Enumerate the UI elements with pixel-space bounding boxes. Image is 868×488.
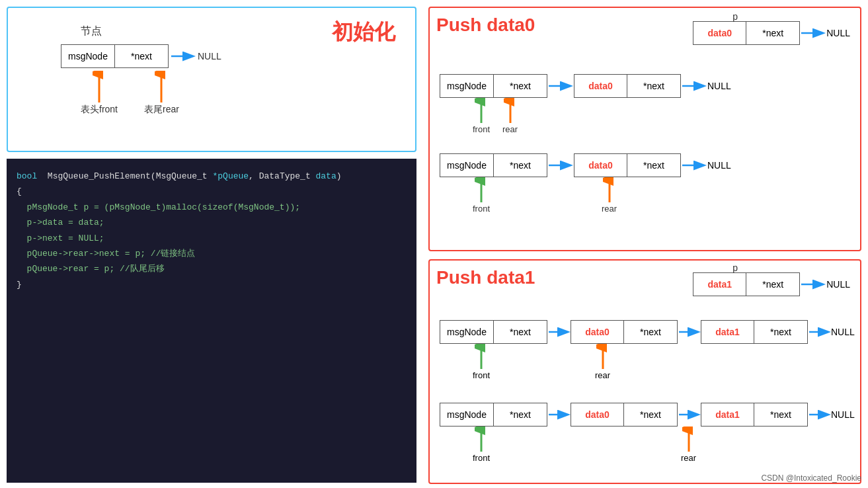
row2-data0-next: *next [627,75,680,97]
init-panel: 初始化 节点 msgNode *next NULL [7,7,416,152]
push-data1-title: Push data1 [436,267,535,288]
row2-rear-arrow: rear [502,98,518,134]
row3-msgnode-label: msgNode [440,154,494,177]
row2-front-arrow: front [473,98,490,134]
d1r3-front-arrow: front [473,427,490,463]
init-next-cell: *next [115,45,168,67]
push-data1-row3: msgNode *next data0 *next data1 *next [440,403,855,466]
row3-front-arrow: front [473,177,490,214]
front-up-arrow [93,71,106,104]
push-data0-row3: msgNode *next data0 *next NULL [440,153,731,217]
p-label-d1: p [732,263,738,273]
d1r3-data1-next: *next [754,403,807,426]
d1r2-rear-lbl: rear [595,370,610,380]
init-msgnode-cell: msgNode [61,45,115,67]
d1r2-null: NULL [831,327,855,337]
d1r3-arr2 [678,408,701,421]
row3-data0: data0 *next [574,153,681,177]
d1r3-front-lbl: front [473,453,490,463]
row2-front-up [475,98,488,124]
push-data0-row2: msgNode *next data0 *next NULL [440,74,731,138]
p-data1-cell: data1 [693,273,746,296]
row3-front-label: front [473,204,490,214]
d1r3-msgnode: msgNode *next [440,403,547,427]
d1r2-data1-next: *next [754,321,807,343]
code-panel: bool MsgQueue_PushElement(MsgQueue_t *pQ… [7,159,416,483]
init-arrow [170,50,196,63]
d1r3-rear-lbl: rear [681,453,696,463]
d1r3-rear-arrow: rear [681,427,696,463]
row3-arrow2 [681,159,707,172]
d1r2-msgnode-lbl: msgNode [440,321,494,343]
p-d1-arrow [800,278,826,291]
d1r2-data0-next: *next [624,321,677,343]
p-node-d0: data0 *next [693,21,800,45]
row2-data0: data0 *next [574,74,681,98]
d1r3-arr1 [547,408,571,421]
push-data0-panel: Push data0 p data0 *next NULL msgNode *n… [428,7,861,251]
node-label: 节点 [81,24,102,38]
row3-msgnode: msgNode *next [440,153,547,177]
d1r2-data1-lbl: data1 [701,321,754,343]
row2-front-label: front [473,124,490,134]
row2-next: *next [494,75,547,97]
d1r2-next: *next [494,321,547,343]
row2-data0-label: data0 [574,75,627,97]
d1r3-front-up [475,427,488,453]
d1r2-front-up [475,344,488,370]
d1r2-arr1 [547,325,571,339]
rear-label: 表尾rear [144,104,179,116]
row3-rear-label: rear [602,204,617,214]
p-node-d1: data1 *next [693,272,800,296]
d1r2-data1: data1 *next [701,320,808,344]
push-data0-p-label: p data0 *next NULL [693,15,850,45]
rear-arrow-container: 表尾rear [144,71,179,116]
row3-arrow1 [547,159,574,172]
push-data1-row2: msgNode *next data0 *next data1 *next [440,320,855,384]
p-next-d1: *next [746,273,799,296]
push-data1-p-row: p data1 *next NULL [693,266,850,296]
d1r3-data0: data0 *next [571,403,678,427]
d1r3-next: *next [494,403,547,426]
code-bool: bool [17,171,37,181]
p-null-d0: NULL [826,28,850,38]
watermark: CSDN @Intoxicated_Rookie [761,473,861,483]
row3-front-up [475,177,488,204]
d1r2-data0-lbl: data0 [571,321,624,343]
d1r3-null: NULL [831,409,855,420]
p-data0-cell: data0 [693,22,746,44]
push-data0-title: Push data0 [436,15,535,35]
row3-rear-arrow: rear [602,177,617,214]
d1r3-data1: data1 *next [701,403,808,427]
d1r3-data1-lbl: data1 [701,403,754,426]
d1r2-arr2 [678,325,701,339]
row3-null: NULL [707,160,731,171]
d1r2-front-arrow: front [473,344,490,380]
p-d0-arrow [800,26,826,40]
init-null: NULL [198,51,221,61]
row2-arrow2 [681,79,707,93]
d1r2-msgnode: msgNode *next [440,320,547,344]
row3-next: *next [494,154,547,177]
d1r2-data0: data0 *next [571,320,678,344]
row2-rear-up [504,98,517,124]
front-arrow-container: 表头front [81,71,118,116]
row2-null: NULL [707,81,731,91]
p-label-d0: p [732,11,738,22]
d1r3-data0-next: *next [624,403,677,426]
row3-data0-next: *next [627,154,680,177]
row2-rear-label: rear [502,124,518,134]
push-data1-panel: Push data1 p data1 *next NULL msgNode *n… [428,259,861,484]
row2-arrow1 [547,79,574,93]
row3-data0-label: data0 [574,154,627,177]
row2-msgnode-label: msgNode [440,75,494,97]
rear-up-arrow [155,71,168,104]
d1r3-data0-lbl: data0 [571,403,624,426]
d1r3-msgnode-lbl: msgNode [440,403,494,426]
init-node-box: msgNode *next [61,44,169,68]
row2-msgnode: msgNode *next [440,74,547,98]
d1r2-arr3 [808,325,831,339]
d1r3-rear-up [682,427,695,453]
front-label: 表头front [81,104,118,116]
d1r2-rear-up [596,344,610,370]
